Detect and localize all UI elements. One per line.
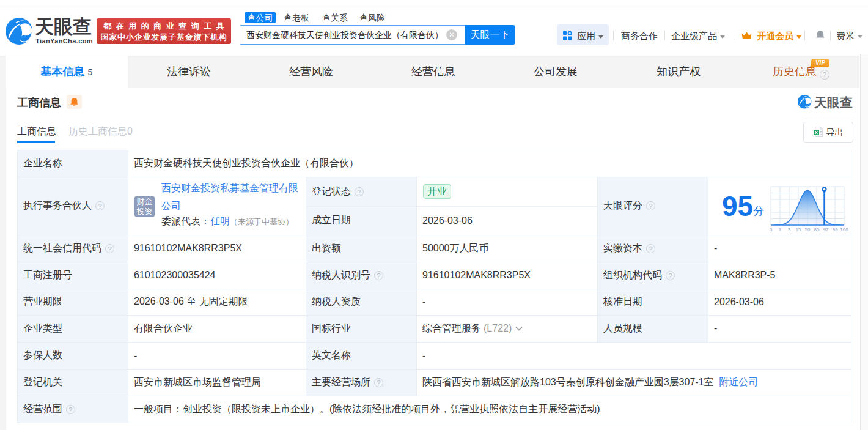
svg-text:97: 97 (823, 227, 829, 232)
svg-text:85: 85 (814, 227, 820, 232)
svg-text:3: 3 (788, 227, 791, 232)
svg-text:天眼查: 天眼查 (814, 95, 853, 109)
svg-text:50: 50 (805, 227, 811, 232)
svg-text:0: 0 (770, 227, 773, 232)
svg-text:100: 100 (840, 227, 848, 232)
svg-text:1: 1 (779, 227, 782, 232)
svg-text:15: 15 (796, 227, 801, 232)
svg-text:99: 99 (833, 227, 838, 232)
